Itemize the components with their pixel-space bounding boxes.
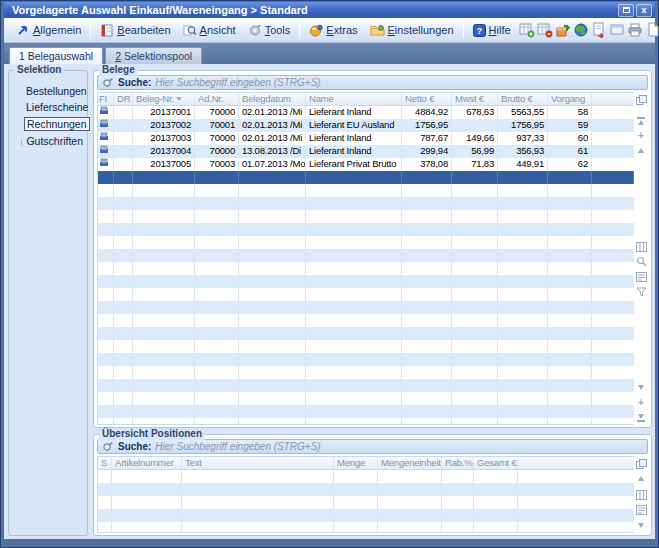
printer-icon[interactable] [627,22,643,39]
cell-beleg-nr: 20137002 [133,119,195,132]
header-gesamt[interactable]: Gesamt € [474,457,518,469]
header-s[interactable]: S [98,457,112,469]
menu-hilfe[interactable]: ? Hilfe [467,22,517,39]
empty-row [98,314,634,327]
cell-vorgang: 58 [548,106,592,119]
list-view-icon[interactable] [636,504,647,515]
header-beleg-nr[interactable]: Beleg-Nr. [133,93,195,105]
tab-selektionspool[interactable]: 2 Selektionspool [105,47,202,64]
folder-gear-icon [370,24,385,37]
search-placeholder: Hier Suchbegriff eingeben (STRG+S) [155,441,320,452]
scroll-up-icon[interactable]: + [636,130,647,141]
row-down-icon[interactable] [636,520,647,531]
cell-vorgang: 60 [548,132,592,145]
card-view-icon[interactable] [636,241,647,252]
table-row[interactable]: 20137005 70003 01.07.2013 /Mo Lieferant … [98,158,634,171]
belege-search-bar[interactable]: Suche: Hier Suchbegriff eingeben (STRG+S… [97,75,648,90]
new-document-icon[interactable] [645,22,659,39]
scroll-to-top-icon[interactable] [636,115,647,126]
scroll-down-icon[interactable]: + [636,397,647,408]
positionen-grid-rail [634,456,648,533]
menu-tools[interactable]: Tools [242,22,297,39]
cell-belegdatum: 02.01.2013 /Mi [239,106,306,119]
window-icon[interactable] [609,22,625,39]
sidebar-item-gutschriften[interactable]: Gutschriften [21,135,85,147]
row-up-icon[interactable] [636,473,647,484]
menu-ansicht[interactable]: Ansicht [177,22,242,39]
header-text[interactable]: Text [182,457,334,469]
empty-row [98,327,634,340]
cell-vorgang: 61 [548,145,592,158]
grid-delete-icon[interactable] [537,22,553,39]
scroll-to-bottom-icon[interactable] [636,412,647,423]
tab-belegauswahl[interactable]: 1 Belegauswahl [9,47,103,64]
search-label: Suche: [118,77,151,88]
header-name[interactable]: Name [306,93,402,105]
table-row[interactable]: 20137001 70000 02.01.2013 /Mi Lieferant … [98,106,634,119]
table-row[interactable]: 20137004 70000 13.08.2013 /Di Lieferant … [98,145,634,158]
empty-row [98,223,634,236]
cell-name: Lieferant Inland [306,106,402,119]
column-chooser-icon[interactable] [636,94,647,105]
header-vorgang[interactable]: Vorgang [548,93,592,105]
zoom-icon[interactable] [636,256,647,267]
cell-dr [114,106,133,119]
empty-row [98,405,634,418]
menu-bar: Allgemein Bearbeiten Ansicht Tools Extra… [4,18,655,43]
column-chooser-icon[interactable] [636,458,647,469]
row-down-icon[interactable] [636,382,647,393]
sidebar-item-rechnungen[interactable]: Rechnungen [21,117,85,131]
cell-beleg-nr: 20137003 [133,132,195,145]
header-ad-nr[interactable]: Ad.Nr. [195,93,239,105]
help-icon: ? [473,24,486,37]
cell-mwst: 71,83 [452,158,498,171]
header-filler [592,93,634,105]
empty-row [98,392,634,405]
header-fi[interactable]: FI [98,93,114,105]
doc-export-icon[interactable] [591,22,607,39]
selected-row[interactable] [98,171,634,184]
list-view-icon[interactable] [636,271,647,282]
close-button[interactable]: x [636,4,652,17]
cell-mwst [452,119,498,132]
cell-netto: 299,94 [402,145,452,158]
menu-allgemein[interactable]: Allgemein [10,22,87,39]
menu-einstellungen[interactable]: Einstellungen [364,22,460,39]
box-export-icon[interactable] [555,22,571,39]
row-up-icon[interactable] [636,145,647,156]
sidebar-item-bestellungen[interactable]: Bestellungen [21,85,85,97]
header-artikelnummer[interactable]: Artikelnummer [112,457,182,469]
table-row[interactable]: 20137003 70000 02.01.2013 /Mi Lieferant … [98,132,634,145]
menu-extras[interactable]: Extras [303,22,363,39]
cell-belegdatum: 02.01.2013 /Mi [239,132,306,145]
header-dr[interactable]: DR [114,93,133,105]
cell-name: Lieferant EU Ausland [306,119,402,132]
globe-icon[interactable] [573,22,589,39]
cell-mwst: 149,66 [452,132,498,145]
filter-icon[interactable] [636,286,647,297]
empty-row [98,340,634,353]
header-mengeneinheit[interactable]: Mengeneinheit [378,457,442,469]
restore-button[interactable] [618,4,634,17]
cell-netto: 787,67 [402,132,452,145]
header-brutto[interactable]: Brutto € [498,93,548,105]
empty-row [98,366,634,379]
menu-bearbeiten[interactable]: Bearbeiten [94,22,176,39]
positionen-grid-zone: S Artikelnummer Text Menge Mengeneinheit… [97,456,648,533]
table-row[interactable]: 20137002 70001 02.01.2013 /Mi Lieferant … [98,119,634,132]
card-view-icon[interactable] [636,489,647,500]
header-menge[interactable]: Menge [334,457,378,469]
beleg-status-icon [98,158,114,171]
header-netto[interactable]: Netto € [402,93,452,105]
header-belegdatum[interactable]: Belegdatum [239,93,306,105]
window-title: Vorgelagerte Auswahl Einkauf/Wareneingan… [12,4,616,16]
header-rabatt[interactable]: Rab.% [442,457,474,469]
content-area: Selektion Bestellungen Lieferscheine Rec… [4,64,655,539]
empty-row [98,509,634,522]
positionen-search-bar[interactable]: Suche: Hier Suchbegriff eingeben (STRG+S… [97,439,648,454]
header-mwst[interactable]: Mwst € [452,93,498,105]
grid-add-icon[interactable] [519,22,535,39]
beleg-status-icon [98,145,114,158]
cell-vorgang: 59 [548,119,592,132]
sidebar-item-lieferscheine[interactable]: Lieferscheine [21,101,85,113]
